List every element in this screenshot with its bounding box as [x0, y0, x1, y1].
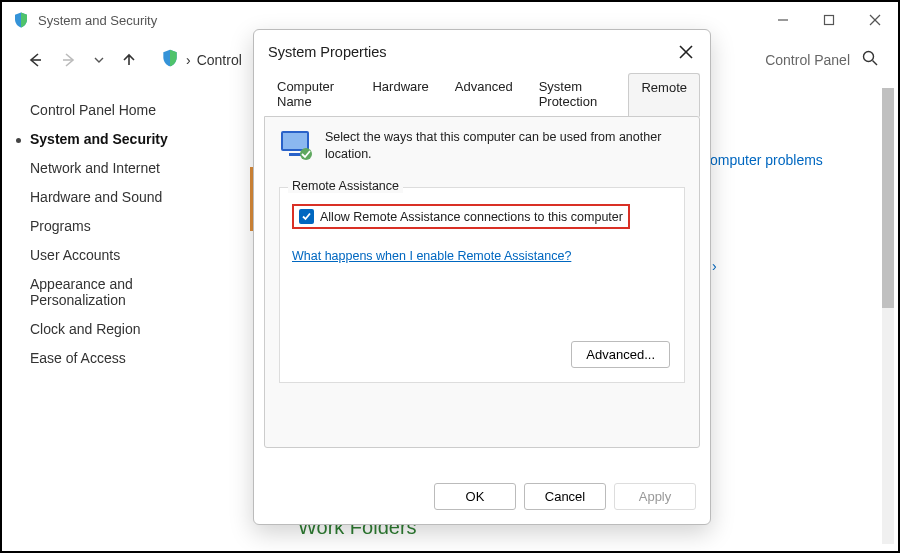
- system-properties-dialog: System Properties Computer Name Hardware…: [253, 29, 711, 525]
- svg-point-13: [300, 148, 312, 160]
- scrollbar-thumb[interactable]: [882, 88, 894, 308]
- allow-remote-assistance-checkbox[interactable]: [299, 209, 314, 224]
- sidebar-item-system-security[interactable]: System and Security: [30, 131, 216, 147]
- search-placeholder[interactable]: Control Panel: [765, 52, 850, 68]
- breadcrumb-separator: ›: [186, 52, 191, 68]
- svg-point-6: [864, 52, 874, 62]
- sidebar-item-network[interactable]: Network and Internet: [30, 160, 216, 176]
- tab-system-protection[interactable]: System Protection: [526, 72, 629, 116]
- highlight-annotation: Allow Remote Assistance connections to t…: [292, 204, 630, 229]
- group-label: Remote Assistance: [288, 179, 403, 193]
- up-button[interactable]: [116, 47, 142, 73]
- tab-strip: Computer Name Hardware Advanced System P…: [254, 72, 710, 116]
- back-button[interactable]: [22, 47, 48, 73]
- shield-icon: [12, 11, 30, 29]
- help-link[interactable]: What happens when I enable Remote Assist…: [292, 249, 672, 263]
- sidebar-item-appearance[interactable]: Appearance and Personalization: [30, 276, 180, 308]
- search-icon[interactable]: [862, 50, 878, 70]
- minimize-button[interactable]: [760, 2, 806, 38]
- tab-hardware[interactable]: Hardware: [359, 72, 441, 116]
- sidebar-item-clock[interactable]: Clock and Region: [30, 321, 216, 337]
- close-button[interactable]: [852, 2, 898, 38]
- window-title: System and Security: [38, 13, 760, 28]
- sidebar: Control Panel Home System and Security N…: [2, 82, 230, 551]
- content-link-partial[interactable]: omputer problems: [710, 152, 823, 168]
- tab-content-remote: Select the ways that this computer can b…: [264, 116, 700, 448]
- dialog-title: System Properties: [268, 44, 674, 60]
- chevron-down-icon[interactable]: [90, 47, 108, 73]
- svg-rect-11: [283, 133, 307, 149]
- checkbox-label: Allow Remote Assistance connections to t…: [320, 210, 623, 224]
- tab-computer-name[interactable]: Computer Name: [264, 72, 359, 116]
- close-icon[interactable]: [674, 40, 698, 64]
- sidebar-item-programs[interactable]: Programs: [30, 218, 216, 234]
- sidebar-item-accounts[interactable]: User Accounts: [30, 247, 216, 263]
- svg-rect-1: [825, 16, 834, 25]
- shield-icon: [160, 48, 180, 72]
- maximize-button[interactable]: [806, 2, 852, 38]
- svg-line-7: [873, 61, 878, 66]
- cancel-button[interactable]: Cancel: [524, 483, 606, 510]
- forward-button[interactable]: [56, 47, 82, 73]
- svg-rect-12: [289, 153, 301, 156]
- monitor-icon: [279, 129, 315, 167]
- intro-text: Select the ways that this computer can b…: [325, 129, 685, 167]
- tab-remote[interactable]: Remote: [628, 73, 700, 117]
- sidebar-item-hardware[interactable]: Hardware and Sound: [30, 189, 216, 205]
- advanced-button[interactable]: Advanced...: [571, 341, 670, 368]
- breadcrumb-item[interactable]: Control: [197, 52, 242, 68]
- sidebar-item-home[interactable]: Control Panel Home: [30, 102, 216, 118]
- ok-button[interactable]: OK: [434, 483, 516, 510]
- chevron-right-icon: ›: [712, 258, 717, 274]
- remote-assistance-group: Remote Assistance Allow Remote Assistanc…: [279, 187, 685, 383]
- apply-button[interactable]: Apply: [614, 483, 696, 510]
- tab-advanced[interactable]: Advanced: [442, 72, 526, 116]
- sidebar-item-ease[interactable]: Ease of Access: [30, 350, 216, 366]
